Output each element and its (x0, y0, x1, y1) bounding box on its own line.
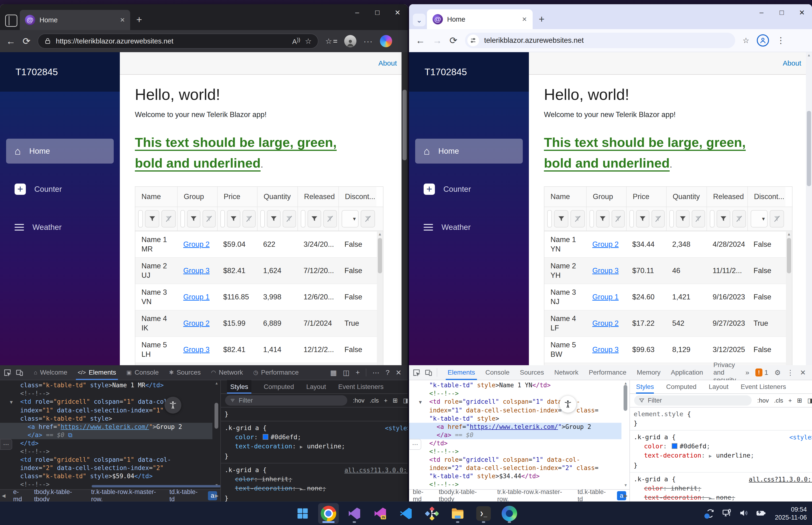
forward-button[interactable]: → (432, 36, 442, 45)
filter-icon[interactable] (308, 210, 321, 227)
filter-icon[interactable] (145, 210, 159, 227)
group-link[interactable]: Group 2 (592, 319, 619, 328)
css-property[interactable]: color: inherit; (225, 475, 408, 484)
clear-filter-icon[interactable] (770, 210, 784, 227)
devtools-code-line[interactable]: <a href="https://www.telerik.com/">Group… (0, 423, 212, 431)
taskbar-visual-studio-insiders-icon[interactable]: IN (370, 503, 390, 524)
filter-input[interactable] (629, 210, 634, 227)
filter-input[interactable] (181, 210, 185, 227)
group-link[interactable]: Group 2 (183, 319, 210, 328)
copilot-icon[interactable] (380, 35, 392, 47)
page-scrollbar[interactable] (401, 52, 408, 365)
group-link[interactable]: Group 3 (183, 267, 210, 275)
toggle-class[interactable]: .cls (370, 397, 379, 404)
group-link[interactable]: Group 2 (592, 240, 619, 249)
group-link[interactable]: Group 3 (592, 267, 619, 275)
devtools-tab-console[interactable]: Console (480, 365, 515, 380)
clear-filter-icon[interactable] (323, 210, 337, 227)
css-property[interactable]: text-decoration: ▶ none; (225, 484, 408, 494)
sidebar-item-counter[interactable]: + Counter (6, 177, 114, 201)
tab-layout[interactable]: Layout (709, 380, 729, 394)
clear-filter-icon[interactable] (612, 210, 625, 227)
devtools-tab-network[interactable]: ◠Network (206, 365, 248, 380)
devtools-tab-performance[interactable]: Performance (584, 365, 631, 380)
clear-filter-icon[interactable] (570, 210, 585, 227)
column-header[interactable]: Price (626, 187, 666, 207)
profile-avatar[interactable] (344, 35, 356, 47)
add-tool-icon[interactable]: + (356, 369, 360, 376)
tab-event-listeners[interactable]: Event Listeners (338, 380, 384, 394)
filter-input[interactable] (547, 210, 552, 227)
css-property[interactable]: text-decoration: ▶ underline; (225, 441, 408, 451)
devtools-tab-elements[interactable]: Elements (442, 365, 480, 380)
chrome-menu-icon[interactable]: ⋮ (777, 35, 785, 45)
accessibility-person-icon[interactable] (560, 396, 576, 412)
grid-scrollbar[interactable]: ▲ (377, 231, 383, 365)
browser-tab[interactable]: Home ✕ (20, 10, 130, 30)
new-style-rule-icon[interactable]: + (384, 397, 387, 404)
css-property[interactable]: color: #0d6efd; (225, 432, 408, 441)
css-property[interactable]: text-decoration: ▶ none; (634, 493, 812, 501)
clear-filter-icon[interactable] (361, 210, 375, 227)
new-tab-button[interactable]: + (136, 14, 142, 25)
settings-menu-icon[interactable]: ··· (364, 37, 373, 46)
breadcrumb-item[interactable]: tbody.k-table-tbody (439, 488, 490, 501)
devtools-code-line[interactable]: <!--!--> (409, 448, 622, 456)
styles-filter-input[interactable]: Filter (634, 395, 752, 406)
devtools-code-line[interactable]: </td> (409, 439, 622, 448)
inspect-element-icon[interactable] (412, 369, 420, 376)
devtools-settings-icon[interactable]: ⚙ (775, 369, 781, 377)
accessibility-person-icon[interactable] (165, 397, 181, 414)
breadcrumb-item[interactable]: ble-md (413, 488, 431, 501)
devtools-code-line[interactable]: <a href="https://www.telerik.com/">Group… (409, 423, 622, 431)
devtools-code-line[interactable]: <td role="gridcell" colspan="1" data-col… (0, 456, 212, 464)
breadcrumb-item[interactable]: td.k-table-td (578, 488, 610, 501)
devtools-tab-network[interactable]: Network (549, 365, 584, 380)
inspect-element-icon[interactable] (3, 369, 11, 376)
column-header[interactable]: Discont... (338, 187, 377, 207)
taskbar-clock[interactable]: 09:54 2025-11-06 (775, 502, 807, 525)
group-link[interactable]: Group 2 (183, 240, 210, 249)
devtools-close-icon[interactable]: ✕ (396, 369, 401, 377)
devtools-help-icon[interactable]: ? (386, 369, 389, 376)
profile-avatar[interactable] (757, 34, 769, 46)
url-text[interactable]: telerikblazor.azurewebsites.net (484, 36, 584, 45)
filter-icon[interactable] (596, 210, 610, 227)
devtools-code-line[interactable]: "k-table-td" style> (409, 415, 622, 423)
dock-panel-icon[interactable]: ◫ (343, 369, 349, 377)
devtools-menu-icon[interactable]: ⋮ (787, 369, 794, 377)
css-property[interactable]: color: #0d6efd; (634, 441, 812, 451)
breadcrumb-right-icon[interactable]: ▶ (215, 493, 218, 498)
css-property[interactable]: text-decoration: ▶ underline; (634, 451, 812, 461)
group-link[interactable]: Group 3 (592, 345, 619, 354)
css-rule[interactable]: .k-grid a {<style>color: #0d6efd;text-de… (630, 431, 812, 472)
devtools-code-line[interactable]: <!--!--> (409, 480, 622, 488)
breadcrumb-item[interactable]: td.k-table-td (169, 488, 200, 501)
group-link[interactable]: Group 1 (183, 293, 210, 301)
tab-computed[interactable]: Computed (264, 380, 294, 394)
devtools-code-line[interactable]: class="k-table-td" style>$59.04</td> (0, 472, 212, 480)
devtools-tab-memory[interactable]: Memory (631, 365, 665, 380)
tools-activity-icon[interactable]: ▦ (330, 369, 337, 377)
devtools-code-line[interactable]: <!--!--> (409, 389, 622, 397)
sidebar-item-weather[interactable]: Weather (6, 215, 114, 240)
toggle-hover-state[interactable]: :hov (757, 397, 769, 404)
breadcrumb-item[interactable]: e-md (13, 488, 27, 501)
minimize-button[interactable]: – (347, 4, 367, 21)
filter-dropdown[interactable] (342, 210, 358, 227)
new-style-rule-icon[interactable]: + (788, 397, 792, 404)
styles-filter-input[interactable]: Filter (225, 395, 347, 406)
elements-scrollbar[interactable]: ▲▼ (622, 380, 629, 488)
toggle-class[interactable]: .cls (774, 397, 783, 404)
browser-tab[interactable]: Home ✕ (427, 10, 533, 29)
close-button[interactable]: ✕ (387, 4, 408, 21)
reload-button[interactable]: ⟳ (22, 36, 31, 46)
breadcrumb-item[interactable]: tr.k-table-row.k-master-row. (497, 488, 570, 501)
elements-scrollbar[interactable]: ▲▼ (213, 380, 220, 488)
column-header[interactable]: Released (706, 187, 747, 207)
taskbar-visual-studio-icon[interactable] (344, 503, 365, 524)
group-link[interactable]: Group 1 (592, 293, 619, 301)
start-button[interactable] (292, 503, 313, 524)
volume-tray-icon[interactable] (739, 508, 749, 519)
back-button[interactable]: ← (6, 36, 16, 46)
